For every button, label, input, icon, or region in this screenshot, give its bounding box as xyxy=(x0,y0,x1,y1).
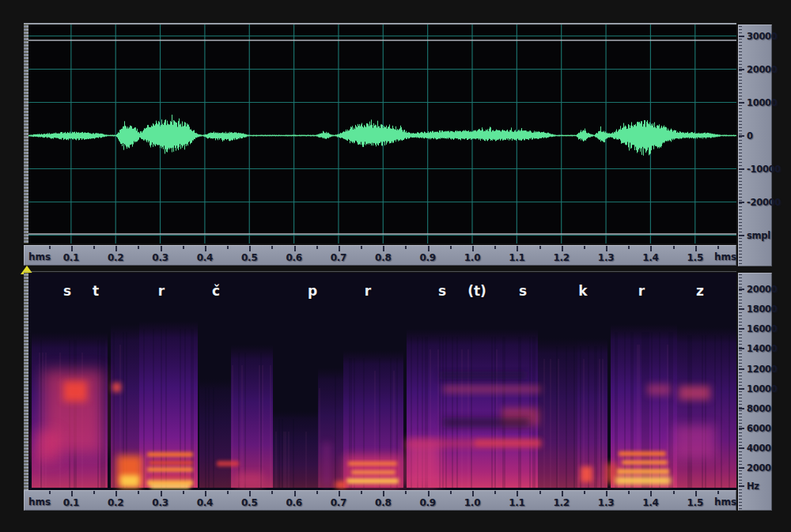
phoneme-label: k xyxy=(578,283,587,299)
ruler-major-tick xyxy=(739,447,744,449)
ruler-label: 12000 xyxy=(747,364,778,375)
frequency-ruler[interactable]: 2000018000160001400012000100008000600040… xyxy=(738,273,772,511)
time-tick-label: 0.5 xyxy=(241,252,257,263)
time-tick xyxy=(717,491,719,494)
time-tick xyxy=(405,491,407,494)
time-tick xyxy=(405,246,407,249)
ruler-major-tick xyxy=(739,328,744,330)
time-tick xyxy=(138,246,139,249)
time-tick xyxy=(161,246,162,251)
ruler-major-tick xyxy=(739,36,744,37)
time-tick xyxy=(339,246,340,251)
time-tick-label: 1.1 xyxy=(509,497,524,508)
time-tick-label: 1.2 xyxy=(554,252,570,263)
amplitude-ruler[interactable]: 3000020000100000-10000-20000smpl xyxy=(738,25,772,266)
time-tick xyxy=(183,246,184,249)
time-tick xyxy=(227,246,229,249)
time-tick-label: 0.2 xyxy=(108,252,123,263)
time-tick xyxy=(584,491,585,494)
time-tick xyxy=(517,491,518,496)
time-tick xyxy=(294,246,296,251)
time-tick-label: 1.4 xyxy=(642,497,658,508)
audio-editor-window: 3000020000100000-10000-20000smpl hmshms0… xyxy=(0,0,791,532)
phoneme-label: z xyxy=(696,283,704,299)
time-tick-label: 1.1 xyxy=(509,252,524,263)
waveform-panel[interactable] xyxy=(28,25,736,243)
time-tick xyxy=(361,491,362,494)
time-tick xyxy=(584,246,585,249)
time-tick-label: 1.3 xyxy=(598,252,614,263)
time-tick-label: 0.7 xyxy=(331,252,346,263)
time-tick-label: 0.7 xyxy=(331,497,346,508)
ruler-major-tick xyxy=(739,235,744,236)
spectrogram-top-border xyxy=(24,271,736,272)
time-tick-label: 0.2 xyxy=(108,497,123,508)
ruler-label: 8000 xyxy=(747,403,771,414)
phoneme-label: s xyxy=(438,283,446,299)
time-tick-label: 0.8 xyxy=(375,252,391,263)
time-tick-label: 0.6 xyxy=(286,252,301,263)
time-tick xyxy=(183,491,184,494)
time-tick xyxy=(628,491,630,494)
time-tick-label: 0.4 xyxy=(197,497,213,508)
time-tick xyxy=(93,246,95,249)
time-tick xyxy=(695,246,697,251)
time-tick xyxy=(695,491,697,496)
time-ruler-top[interactable]: hmshms0.10.20.30.40.50.60.70.80.91.01.11… xyxy=(24,245,736,266)
ruler-major-tick xyxy=(739,408,744,409)
time-tick-label: 0.8 xyxy=(375,497,391,508)
time-tick xyxy=(383,491,384,496)
time-tick xyxy=(472,246,474,251)
time-tick xyxy=(49,246,51,249)
ruler-label: 0 xyxy=(747,130,753,141)
time-ruler-bottom[interactable]: hmshms0.10.20.30.40.50.60.70.80.91.01.11… xyxy=(24,490,736,511)
time-tick xyxy=(650,246,652,251)
time-tick xyxy=(450,246,452,249)
ruler-label: -20000 xyxy=(747,197,781,208)
time-tick xyxy=(161,491,162,496)
time-tick-label: 1.5 xyxy=(687,252,703,263)
ruler-major-tick xyxy=(739,467,744,469)
time-tick xyxy=(606,246,607,251)
ruler-major-tick xyxy=(739,428,744,429)
amplitude-minor-ticks xyxy=(739,26,742,265)
time-tick xyxy=(650,491,652,496)
time-tick xyxy=(562,246,563,251)
time-tick xyxy=(539,491,541,494)
phoneme-label: s xyxy=(519,283,527,299)
time-tick xyxy=(361,246,362,249)
time-tick xyxy=(428,491,430,496)
time-tick-label: 1.4 xyxy=(642,252,658,263)
ruler-major-tick xyxy=(739,102,744,104)
time-tick-label: 0.9 xyxy=(419,497,435,508)
time-unit-label-left: hms xyxy=(28,251,51,262)
ruler-major-tick xyxy=(739,289,744,290)
time-tick-label: 0.5 xyxy=(241,497,257,508)
time-tick-label: 1.2 xyxy=(554,497,570,508)
time-tick xyxy=(205,246,206,251)
time-tick xyxy=(316,246,318,249)
ruler-label: 14000 xyxy=(747,343,778,354)
ruler-label: 4000 xyxy=(747,443,771,454)
ruler-major-tick xyxy=(739,69,744,70)
time-tick xyxy=(717,246,719,249)
time-tick xyxy=(138,491,139,494)
spectrogram-panel[interactable]: strčprs(t)skrz xyxy=(28,273,736,490)
phoneme-label: r xyxy=(638,283,645,299)
time-tick xyxy=(316,491,318,494)
time-tick xyxy=(249,491,251,496)
ruler-major-tick xyxy=(739,388,744,390)
time-tick xyxy=(517,246,518,251)
ruler-label: 10000 xyxy=(747,383,778,394)
time-tick-label: 1.5 xyxy=(687,497,703,508)
time-tick-label: 1.0 xyxy=(464,252,480,263)
time-tick xyxy=(494,491,496,494)
time-tick xyxy=(562,491,563,496)
time-tick xyxy=(472,491,474,496)
time-tick xyxy=(271,491,273,494)
time-tick xyxy=(294,491,296,496)
time-tick-label: 1.3 xyxy=(598,497,614,508)
ruler-label: 18000 xyxy=(747,304,778,315)
time-tick xyxy=(339,491,340,496)
time-tick xyxy=(673,491,675,494)
